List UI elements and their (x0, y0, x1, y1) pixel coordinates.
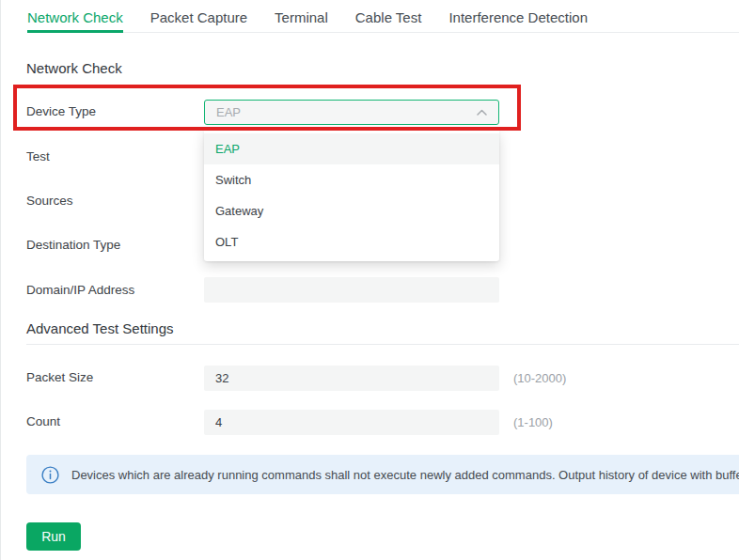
count-label: Count (26, 414, 60, 428)
tab-network-check[interactable]: Network Check (27, 0, 123, 33)
packet-size-input[interactable] (204, 366, 499, 391)
test-label: Test (26, 149, 50, 163)
domain-ip-input[interactable] (204, 277, 499, 303)
device-type-dropdown: EAP Switch Gateway OLT (204, 131, 499, 261)
tab-packet-capture[interactable]: Packet Capture (150, 0, 247, 33)
dropdown-option-gateway[interactable]: Gateway (204, 195, 499, 226)
dropdown-option-switch[interactable]: Switch (204, 164, 499, 195)
network-tools-page: Network Check Packet Capture Terminal Ca… (0, 0, 739, 560)
device-type-label: Device Type (26, 104, 96, 118)
notice-banner: Devices which are already running comman… (26, 455, 739, 494)
run-button[interactable]: Run (26, 522, 81, 551)
section-divider (26, 344, 739, 345)
section-title-advanced-settings: Advanced Test Settings (26, 320, 174, 336)
dropdown-option-olt[interactable]: OLT (204, 226, 499, 257)
sources-label: Sources (26, 194, 73, 208)
tool-tabs: Network Check Packet Capture Terminal Ca… (27, 0, 739, 33)
count-hint: (1-100) (513, 415, 553, 429)
tab-interference-detection[interactable]: Interference Detection (448, 0, 588, 33)
device-type-value: EAP (216, 105, 477, 119)
notice-text: Devices which are already running comman… (71, 468, 739, 482)
tab-cable-test[interactable]: Cable Test (355, 0, 422, 33)
tab-terminal[interactable]: Terminal (275, 0, 328, 33)
section-title-network-check: Network Check (26, 60, 122, 76)
domain-ip-label: Domain/IP Address (26, 283, 134, 297)
dropdown-option-eap[interactable]: EAP (204, 133, 499, 164)
chevron-up-icon (477, 109, 487, 116)
device-type-select[interactable]: EAP (204, 100, 499, 125)
count-input[interactable] (204, 410, 499, 435)
packet-size-label: Packet Size (26, 370, 93, 384)
info-circle-icon (41, 466, 59, 484)
destination-type-label: Destination Type (26, 238, 120, 252)
packet-size-hint: (10-2000) (513, 371, 566, 385)
